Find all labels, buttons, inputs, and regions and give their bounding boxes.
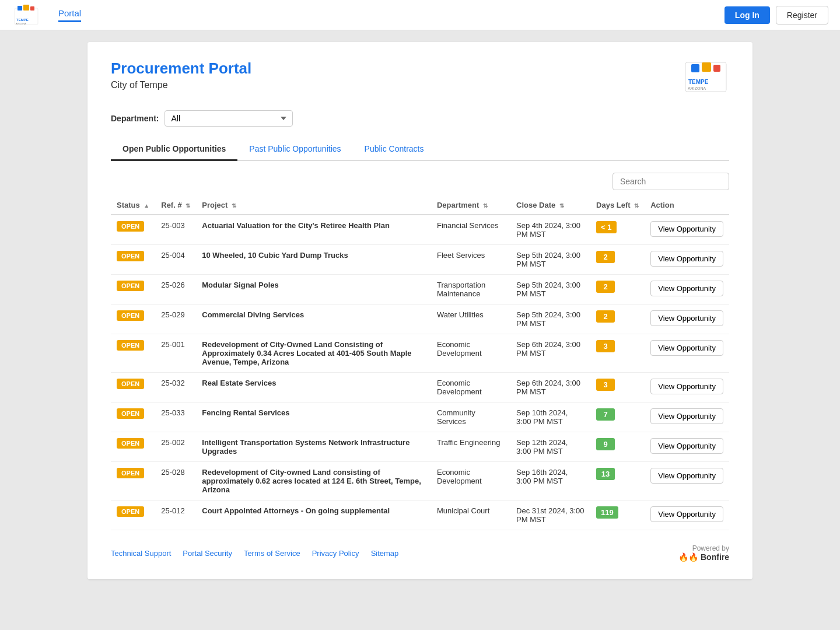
status-badge-4: OPEN xyxy=(117,340,144,351)
tab-open-public-opportunities[interactable]: Open Public Opportunities xyxy=(111,138,237,161)
view-opportunity-button-5[interactable]: View Opportunity xyxy=(650,379,723,394)
view-opportunity-button-7[interactable]: View Opportunity xyxy=(650,438,723,454)
cell-status-5: OPEN xyxy=(111,373,155,402)
sort-status-icon: ▲ xyxy=(144,202,149,209)
main-card: Procurement Portal City of Tempe TEMPE A… xyxy=(88,42,752,579)
sort-department-icon: ⇅ xyxy=(483,202,488,209)
sort-close-date-icon: ⇅ xyxy=(559,202,564,209)
cell-department-4: Economic Development xyxy=(431,334,510,373)
footer-link-sitemap[interactable]: Sitemap xyxy=(371,549,399,558)
view-opportunity-button-6[interactable]: View Opportunity xyxy=(650,408,723,424)
svg-text:ARIZONA: ARIZONA xyxy=(688,86,706,90)
cell-status-1: OPEN xyxy=(111,245,155,275)
cell-ref-6: 25-033 xyxy=(155,402,196,432)
cell-status-7: OPEN xyxy=(111,432,155,462)
cell-action-3: View Opportunity xyxy=(645,304,729,334)
col-action: Action xyxy=(645,196,729,215)
cell-action-7: View Opportunity xyxy=(645,432,729,462)
status-badge-5: OPEN xyxy=(117,379,144,389)
cell-action-6: View Opportunity xyxy=(645,402,729,432)
cell-action-2: View Opportunity xyxy=(645,275,729,304)
tabs-bar: Open Public Opportunities Past Public Op… xyxy=(111,138,729,161)
view-opportunity-button-4[interactable]: View Opportunity xyxy=(650,340,723,356)
cell-status-6: OPEN xyxy=(111,402,155,432)
footer-link-technical-support[interactable]: Technical Support xyxy=(111,549,171,558)
view-opportunity-button-0[interactable]: View Opportunity xyxy=(650,221,723,237)
svg-rect-1 xyxy=(18,6,22,10)
cell-ref-0: 25-003 xyxy=(155,215,196,245)
cell-project-1: 10 Wheeled, 10 Cubic Yard Dump Trucks xyxy=(196,245,431,275)
sort-days-left-icon: ⇅ xyxy=(634,202,639,209)
cell-project-2: Modular Signal Poles xyxy=(196,275,431,304)
footer-powered-by: Powered by 🔥🔥 Bonfire xyxy=(678,544,729,562)
status-badge-3: OPEN xyxy=(117,310,144,321)
table-row: OPEN 25-028 Redevelopment of City-owned … xyxy=(111,462,729,501)
cell-days-left-7: 9 xyxy=(590,432,645,462)
cell-action-4: View Opportunity xyxy=(645,334,729,373)
cell-ref-5: 25-032 xyxy=(155,373,196,402)
days-badge-3: 2 xyxy=(596,310,615,323)
view-opportunity-button-1[interactable]: View Opportunity xyxy=(650,251,723,267)
days-badge-0: < 1 xyxy=(596,221,616,233)
department-select[interactable]: All Financial Services Fleet Services Tr… xyxy=(164,110,293,127)
cell-department-2: Transportation Maintenance xyxy=(431,275,510,304)
search-row xyxy=(111,173,729,190)
days-badge-1: 2 xyxy=(596,251,615,263)
col-days-left[interactable]: Days Left ⇅ xyxy=(590,196,645,215)
bonfire-icon: 🔥🔥 xyxy=(678,552,698,562)
login-button[interactable]: Log In xyxy=(724,6,770,24)
portal-subtitle: City of Tempe xyxy=(111,80,251,90)
search-input[interactable] xyxy=(612,173,729,190)
cell-close-date-2: Sep 5th 2024, 3:00 PM MST xyxy=(510,275,590,304)
cell-project-0: Actuarial Valuation for the City's Retir… xyxy=(196,215,431,245)
table-row: OPEN 25-033 Fencing Rental Services Comm… xyxy=(111,402,729,432)
cell-status-8: OPEN xyxy=(111,462,155,501)
status-badge-9: OPEN xyxy=(117,506,144,517)
tab-past-public-opportunities[interactable]: Past Public Opportunities xyxy=(237,138,352,161)
footer-link-privacy-policy[interactable]: Privacy Policy xyxy=(312,549,359,558)
view-opportunity-button-9[interactable]: View Opportunity xyxy=(650,506,723,522)
col-department[interactable]: Department ⇅ xyxy=(431,196,510,215)
view-opportunity-button-8[interactable]: View Opportunity xyxy=(650,468,723,484)
portal-nav-link[interactable]: Portal xyxy=(58,8,81,22)
department-filter-row: Department: All Financial Services Fleet… xyxy=(111,110,729,127)
svg-rect-2 xyxy=(23,5,29,10)
department-label: Department: xyxy=(111,114,159,123)
bonfire-logo: 🔥🔥 Bonfire xyxy=(678,552,729,562)
col-project[interactable]: Project ⇅ xyxy=(196,196,431,215)
cell-close-date-5: Sep 6th 2024, 3:00 PM MST xyxy=(510,373,590,402)
tab-public-contracts[interactable]: Public Contracts xyxy=(353,138,436,161)
cell-status-2: OPEN xyxy=(111,275,155,304)
table-row: OPEN 25-002 Intelligent Transportation S… xyxy=(111,432,729,462)
cell-days-left-2: 2 xyxy=(590,275,645,304)
view-opportunity-button-3[interactable]: View Opportunity xyxy=(650,310,723,326)
cell-status-4: OPEN xyxy=(111,334,155,373)
register-button[interactable]: Register xyxy=(776,6,828,24)
cell-days-left-1: 2 xyxy=(590,245,645,275)
svg-text:TEMPE: TEMPE xyxy=(16,18,29,22)
card-header: Procurement Portal City of Tempe TEMPE A… xyxy=(111,60,729,96)
powered-by-label: Powered by xyxy=(678,544,729,552)
cell-days-left-4: 3 xyxy=(590,334,645,373)
table-row: OPEN 25-026 Modular Signal Poles Transpo… xyxy=(111,275,729,304)
footer-link-terms-of-service[interactable]: Terms of Service xyxy=(244,549,300,558)
cell-department-7: Traffic Engineering xyxy=(431,432,510,462)
svg-text:ARIZONA: ARIZONA xyxy=(16,22,26,25)
cell-department-0: Financial Services xyxy=(431,215,510,245)
cell-action-1: View Opportunity xyxy=(645,245,729,275)
nav-actions: Log In Register xyxy=(724,6,828,24)
cell-status-3: OPEN xyxy=(111,304,155,334)
cell-status-0: OPEN xyxy=(111,215,155,245)
footer-links: Technical Support Portal Security Terms … xyxy=(111,544,729,562)
col-close-date[interactable]: Close Date ⇅ xyxy=(510,196,590,215)
col-status[interactable]: Status ▲ xyxy=(111,196,155,215)
footer-link-portal-security[interactable]: Portal Security xyxy=(183,549,232,558)
status-badge-7: OPEN xyxy=(117,438,144,449)
view-opportunity-button-2[interactable]: View Opportunity xyxy=(650,281,723,296)
cell-department-9: Municipal Court xyxy=(431,501,510,530)
cell-action-0: View Opportunity xyxy=(645,215,729,245)
col-ref[interactable]: Ref. # ⇅ xyxy=(155,196,196,215)
sort-ref-icon: ⇅ xyxy=(186,202,190,209)
table-header-row: Status ▲ Ref. # ⇅ Project ⇅ Department ⇅… xyxy=(111,196,729,215)
opportunities-table: Status ▲ Ref. # ⇅ Project ⇅ Department ⇅… xyxy=(111,196,729,530)
